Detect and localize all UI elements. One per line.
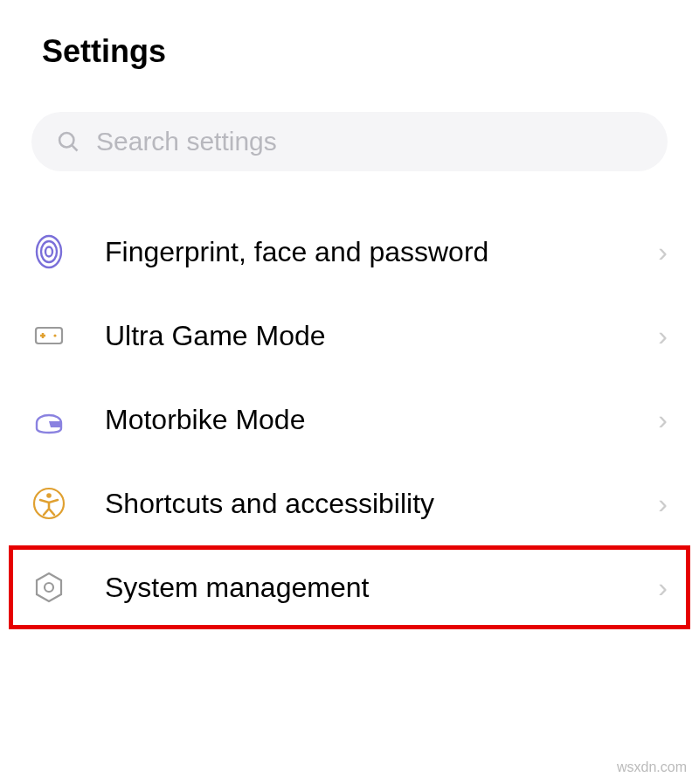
- menu-label: Ultra Game Mode: [105, 320, 658, 352]
- page-title: Settings: [0, 0, 699, 96]
- menu-label: Fingerprint, face and password: [105, 236, 658, 268]
- chevron-right-icon: ›: [658, 404, 668, 436]
- search-input[interactable]: Search settings: [31, 112, 668, 171]
- search-icon: [56, 129, 80, 154]
- settings-menu-list: Fingerprint, face and password › Ultra G…: [0, 192, 699, 629]
- menu-label: System management: [105, 572, 658, 604]
- svg-point-3: [41, 241, 57, 262]
- menu-item-fingerprint[interactable]: Fingerprint, face and password ›: [0, 210, 699, 294]
- search-placeholder: Search settings: [96, 127, 277, 156]
- watermark: wsxdn.com: [617, 760, 687, 775]
- menu-item-accessibility[interactable]: Shortcuts and accessibility ›: [0, 461, 699, 545]
- svg-rect-5: [36, 328, 62, 343]
- menu-item-motorbike-mode[interactable]: Motorbike Mode ›: [0, 378, 699, 461]
- chevron-right-icon: ›: [658, 320, 668, 352]
- helmet-icon: [31, 402, 66, 437]
- system-icon: [31, 570, 66, 605]
- svg-point-8: [53, 334, 56, 336]
- fingerprint-icon: [31, 234, 66, 269]
- game-icon: [31, 318, 66, 353]
- svg-point-0: [59, 133, 73, 147]
- chevron-right-icon: ›: [658, 488, 668, 520]
- menu-label: Shortcuts and accessibility: [105, 488, 658, 520]
- svg-point-4: [45, 247, 52, 257]
- svg-line-1: [73, 146, 78, 151]
- menu-label: Motorbike Mode: [105, 404, 658, 436]
- chevron-right-icon: ›: [658, 236, 668, 268]
- menu-item-system-management[interactable]: System management ›: [9, 545, 690, 629]
- accessibility-icon: [31, 486, 66, 521]
- svg-marker-11: [37, 573, 61, 601]
- chevron-right-icon: ›: [658, 572, 668, 604]
- menu-item-game-mode[interactable]: Ultra Game Mode ›: [0, 294, 699, 378]
- svg-point-10: [46, 493, 52, 498]
- svg-point-12: [45, 583, 53, 592]
